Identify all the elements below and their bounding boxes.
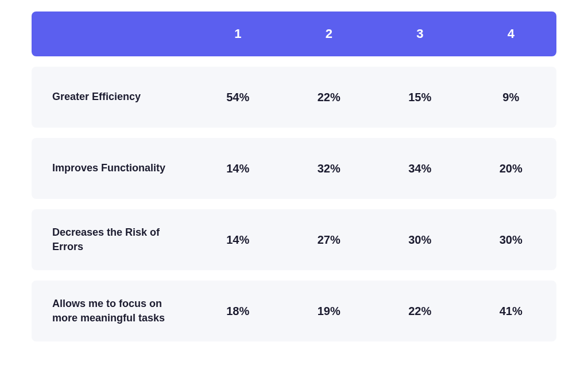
header-col-3: 3 <box>374 26 466 41</box>
row-label: Allows me to focus on more meaningful ta… <box>32 297 192 325</box>
table-header-row: 1 2 3 4 <box>32 11 556 56</box>
header-col-4: 4 <box>466 26 557 41</box>
cell-value: 20% <box>466 162 557 175</box>
row-label: Decreases the Risk of Errors <box>32 225 192 254</box>
row-label: Improves Functionality <box>32 161 192 175</box>
cell-value: 22% <box>374 305 466 318</box>
data-table: 1 2 3 4 Greater Efficiency 54% 22% 15% 9… <box>32 11 556 341</box>
cell-value: 19% <box>284 305 375 318</box>
cell-value: 34% <box>374 162 466 175</box>
cell-value: 41% <box>466 305 557 318</box>
cell-value: 14% <box>192 233 284 247</box>
cell-value: 32% <box>284 162 375 175</box>
cell-value: 54% <box>192 91 284 104</box>
header-col-2: 2 <box>284 26 375 41</box>
table-row: Greater Efficiency 54% 22% 15% 9% <box>32 67 556 128</box>
cell-value: 14% <box>192 162 284 175</box>
cell-value: 15% <box>374 91 466 104</box>
table-row: Allows me to focus on more meaningful ta… <box>32 281 556 341</box>
row-label: Greater Efficiency <box>32 90 192 104</box>
table-row: Decreases the Risk of Errors 14% 27% 30%… <box>32 209 556 270</box>
cell-value: 9% <box>466 91 557 104</box>
cell-value: 30% <box>466 233 557 247</box>
cell-value: 22% <box>284 91 375 104</box>
cell-value: 30% <box>374 233 466 247</box>
cell-value: 27% <box>284 233 375 247</box>
cell-value: 18% <box>192 305 284 318</box>
table-row: Improves Functionality 14% 32% 34% 20% <box>32 138 556 199</box>
header-col-1: 1 <box>192 26 284 41</box>
